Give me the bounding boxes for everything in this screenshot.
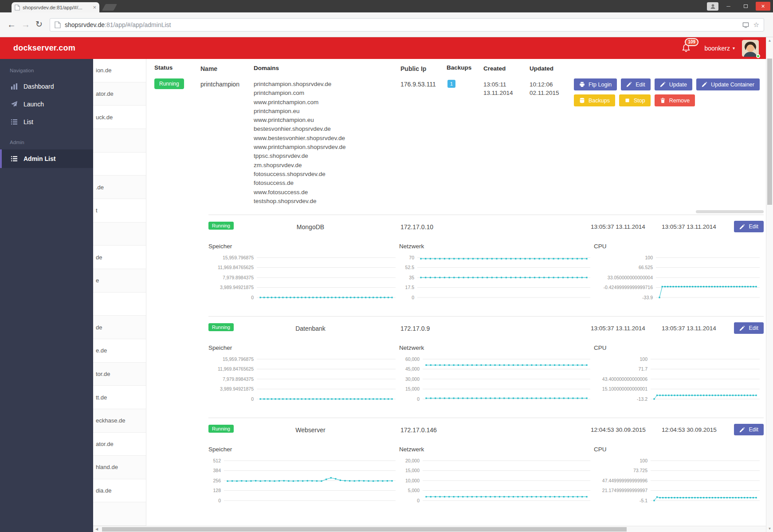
app-list-item[interactable]: hland.de (93, 456, 146, 479)
horizontal-scrollbar-thumb[interactable] (102, 527, 627, 532)
app-list-item[interactable]: eckhase.de (93, 409, 146, 433)
scroll-left-arrow-icon[interactable]: ◀ (93, 526, 100, 532)
domain-link[interactable]: testshop.shopsrvdev.de (254, 197, 400, 206)
domain-link[interactable]: www.printchampion.shopsrvdev.de (254, 143, 400, 152)
chart-canvas: 10073.72547.44999999999999621.1749999999… (594, 458, 763, 504)
address-bar[interactable]: shopsrvdev.de:81/app/#/app/adminList ☆ (50, 18, 764, 31)
container-created: 13:05:37 13.11.2014 (591, 325, 645, 332)
domain-link[interactable]: www.printchampion.eu (254, 116, 400, 125)
app-list-item[interactable]: ion.de (93, 59, 146, 82)
svg-text:0: 0 (251, 396, 254, 402)
domain-link[interactable]: printchampion.com (254, 89, 400, 98)
column-header-backups: Backups (447, 64, 483, 71)
domain-link[interactable]: www.printchampion.com (254, 98, 400, 107)
app-list-item[interactable]: ator.de (93, 433, 146, 456)
container-row: RunningDatenbank172.17.0.913:05:37 13.11… (208, 322, 764, 335)
domain-link[interactable]: bestesvonhier.shopsrvdev.de (254, 125, 400, 133)
container-edit-button[interactable]: Edit (734, 322, 764, 334)
updated-text: 10:12:06 (530, 80, 574, 89)
chart-canvas: 60,00045,00030,00015,0000 (399, 356, 594, 403)
table-horizontal-scrollbar[interactable] (696, 210, 764, 213)
domain-link[interactable]: printchampion.shopsrvdev.de (254, 80, 400, 89)
reload-button[interactable]: ↻ (35, 19, 43, 30)
browser-profile-button[interactable] (707, 2, 718, 11)
tab-close-icon[interactable]: × (93, 4, 96, 10)
backups-button[interactable]: Backups (574, 94, 615, 106)
app-list-item[interactable]: dia.de (93, 479, 146, 503)
domain-link[interactable]: zm.shopsrvdev.de (254, 161, 400, 170)
app-list-item[interactable] (93, 153, 146, 176)
container-edit-button[interactable]: Edit (734, 424, 764, 435)
container-row: RunningWebserver172.17.0.14612:04:53 30.… (208, 424, 764, 436)
vertical-scrollbar[interactable]: ▲ ▼ (766, 37, 773, 532)
close-button[interactable]: × (756, 2, 770, 11)
svg-text:47.449999999999996: 47.449999999999996 (602, 478, 647, 483)
domain-link[interactable]: tppsc.shopsrvdev.de (254, 152, 400, 160)
svg-text:35: 35 (409, 275, 414, 280)
stop-button[interactable]: Stop (619, 94, 651, 106)
svg-text:20,000: 20,000 (405, 458, 420, 463)
horizontal-scrollbar[interactable]: ◀ (93, 526, 766, 532)
vertical-scrollbar-thumb[interactable] (767, 59, 772, 205)
sidebar-item-launch[interactable]: Launch (0, 95, 93, 113)
app-list-item[interactable] (93, 129, 146, 153)
app-list-item[interactable]: de (93, 316, 146, 339)
back-button[interactable]: ← (7, 19, 16, 30)
svg-text:30,000: 30,000 (405, 376, 420, 382)
url-text[interactable]: shopsrvdev.de:81/app/#/app/adminList (65, 21, 738, 28)
edit-button[interactable]: Edit (621, 78, 651, 90)
app-list-item[interactable]: tor.de (93, 363, 146, 386)
domain-link[interactable]: www.bestesvonhier.shopsrvdev.de (254, 134, 400, 143)
notification-count-badge: 109 (685, 38, 698, 46)
app-header: dockserver.com 109 boonkerz ▾ (0, 37, 766, 59)
app-list-item[interactable]: e (93, 269, 146, 293)
scroll-down-arrow-icon[interactable]: ▼ (766, 527, 773, 531)
remove-button[interactable]: Remove (655, 94, 695, 106)
update-button[interactable]: Update (655, 78, 692, 90)
app-list-item[interactable]: .de (93, 176, 146, 199)
user-menu[interactable]: boonkerz ▾ (704, 45, 735, 52)
minimize-button[interactable]: ─ (721, 2, 736, 11)
new-tab-button[interactable] (102, 4, 117, 11)
user-avatar[interactable] (742, 40, 759, 57)
chart-cpu: CPU10066.52533.050000000000004-0.4249999… (594, 243, 763, 303)
sidebar-item-dashboard[interactable]: Dashboard (0, 78, 93, 95)
domain-link[interactable]: www.fotosuccess.de (254, 188, 400, 197)
app-list-item[interactable]: de (93, 246, 146, 269)
chart-netzwerk: Netzwerk7052.53517.50 (399, 243, 594, 303)
chart-plot: 7052.53517.50 (399, 255, 594, 303)
forward-button[interactable]: → (21, 19, 30, 30)
page-action-icon[interactable] (742, 22, 749, 28)
app-list-item[interactable]: t (93, 199, 146, 223)
brand-logo[interactable]: dockserver.com (13, 43, 75, 53)
domain-link[interactable]: fotosuccess.shopsrvdev.de (254, 170, 400, 179)
notifications-button[interactable]: 109 (681, 43, 691, 53)
maximize-button[interactable] (738, 2, 753, 11)
svg-text:15,959.796875: 15,959.796875 (223, 356, 254, 362)
ftp-login-button[interactable]: Ftp Login (574, 78, 617, 90)
browser-tab[interactable]: shopsrvdev.de:81/app/#/... × (12, 2, 99, 12)
svg-text:0: 0 (417, 396, 420, 402)
app-list-item[interactable]: e.de (93, 339, 146, 363)
tab-favicon-icon (15, 4, 20, 11)
scroll-up-arrow-icon[interactable]: ▲ (766, 39, 773, 43)
stop-icon (624, 98, 630, 103)
domain-link[interactable]: printchampion.eu (254, 107, 400, 116)
app-list-item[interactable] (93, 293, 146, 316)
app-list-item[interactable]: tt.de (93, 386, 146, 409)
pencil-icon (739, 224, 745, 230)
update-container-button[interactable]: Update Container (696, 78, 760, 90)
sidebar-item-admin-list[interactable]: Admin List (0, 149, 93, 168)
chart-netzwerk: Netzwerk60,00045,00030,00015,0000 (399, 344, 594, 404)
app-list-item[interactable]: uck.de (93, 106, 146, 129)
app-list-item[interactable] (93, 502, 146, 526)
svg-text:73.725: 73.725 (633, 468, 647, 473)
bookmark-star-icon[interactable]: ☆ (753, 21, 759, 29)
charts-row: Speicher15,959.79687511,969.847656257,97… (208, 344, 764, 404)
container-name: Webserver (266, 426, 355, 434)
app-list-item[interactable]: ator.de (93, 82, 146, 106)
container-edit-button[interactable]: Edit (734, 221, 764, 232)
app-list-item[interactable] (93, 223, 146, 246)
domain-link[interactable]: fotosuccess.de (254, 179, 400, 188)
sidebar-item-list[interactable]: List (0, 113, 93, 131)
